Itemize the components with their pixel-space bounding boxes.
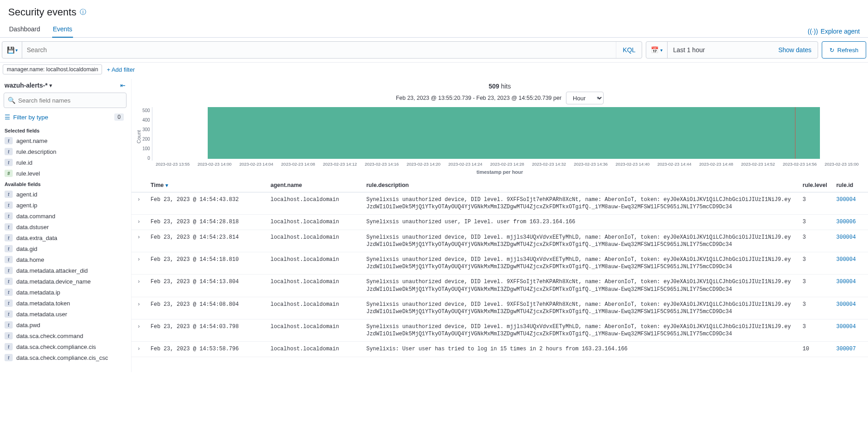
x-tick: 2023-02-23 14:16	[361, 162, 403, 167]
x-tick: 2023-02-23 14:32	[528, 162, 570, 167]
query-bar: 💾 ▾ KQL 📅 ▾ Last 1 hour Show dates ↻ Ref…	[0, 38, 868, 63]
expand-row-button[interactable]: ›	[132, 192, 146, 215]
field-item[interactable]: t data.extra_data	[4, 232, 127, 243]
field-item[interactable]: t data.sca.check.compliance.cis_csc	[4, 352, 127, 363]
cell-ruleid[interactable]: 300004	[832, 275, 868, 297]
cell-level: 3	[798, 319, 832, 342]
field-name: data.metadata.ip	[16, 289, 60, 296]
field-item[interactable]: t rule.description	[4, 146, 127, 157]
refresh-button[interactable]: ↻ Refresh	[822, 41, 866, 59]
field-item[interactable]: t agent.ip	[4, 200, 127, 211]
expand-row-button[interactable]: ›	[132, 275, 146, 297]
time-range-label: Feb 23, 2023 @ 13:55:20.739 - Feb 23, 20…	[396, 95, 561, 101]
field-item[interactable]: t data.metadata.token	[4, 298, 127, 309]
cell-ruleid[interactable]: 300004	[832, 192, 868, 215]
field-item[interactable]: t data.command	[4, 211, 127, 221]
cell-ruleid[interactable]: 300006	[832, 215, 868, 230]
field-type-icon: t	[5, 267, 13, 274]
cell-description: Synelixsis unauthorized device, DID leve…	[362, 230, 798, 252]
field-item[interactable]: t data.metadata.user	[4, 309, 127, 319]
expand-row-button[interactable]: ›	[132, 319, 146, 342]
tab-events[interactable]: Events	[52, 25, 73, 37]
cell-ruleid[interactable]: 300004	[832, 319, 868, 342]
field-type-icon: t	[5, 332, 13, 339]
x-tick: 2023-02-23 14:20	[403, 162, 444, 167]
cell-time: Feb 23, 2023 @ 14:54:43.832	[146, 192, 266, 215]
field-type-icon: t	[5, 321, 13, 329]
y-tick: 200	[142, 137, 150, 142]
field-name: agent.id	[16, 191, 37, 198]
expand-row-button[interactable]: ›	[132, 297, 146, 319]
field-name: rule.id	[16, 159, 32, 166]
field-type-icon: t	[5, 289, 13, 296]
collapse-sidebar-icon[interactable]: ⇤	[120, 82, 126, 89]
cell-level: 10	[798, 342, 832, 357]
saved-query-button[interactable]: 💾 ▾	[2, 42, 22, 58]
field-item[interactable]: # rule.level	[4, 168, 127, 179]
add-filter-button[interactable]: + Add filter	[107, 66, 135, 73]
explore-agent-button[interactable]: ((·)) Explore agent	[808, 28, 860, 35]
hits-count: 509 hits	[132, 79, 868, 92]
save-icon: 💾	[7, 46, 15, 54]
filter-by-type-button[interactable]: ☰ Filter by type	[5, 113, 48, 121]
expand-row-button[interactable]: ›	[132, 230, 146, 252]
show-dates-button[interactable]: Show dates	[772, 42, 818, 58]
field-search-input[interactable]	[18, 97, 122, 104]
index-pattern-select[interactable]: wazuh-alerts-* ▾	[5, 82, 52, 89]
y-tick: 400	[142, 118, 150, 123]
y-tick: 500	[142, 108, 150, 113]
index-pattern-label: wazuh-alerts-*	[5, 82, 48, 89]
col-ruleid[interactable]: rule.id	[832, 178, 868, 192]
field-item[interactable]: t data.gid	[4, 243, 127, 254]
cell-level: 3	[798, 252, 832, 274]
date-range-value[interactable]: Last 1 hour	[668, 42, 772, 58]
field-search: 🔍	[4, 93, 127, 108]
expand-row-button[interactable]: ›	[132, 342, 146, 357]
date-popover-button[interactable]: 📅 ▾	[646, 42, 668, 58]
cell-level: 3	[798, 230, 832, 252]
y-tick: 0	[142, 156, 150, 161]
cell-ruleid[interactable]: 300004	[832, 297, 868, 319]
histogram-chart[interactable]: Count 5004003002001000 2023-02-23 13:552…	[132, 107, 868, 167]
tab-dashboard[interactable]: Dashboard	[8, 25, 41, 37]
cell-agent: localhost.localdomain	[266, 192, 361, 215]
field-item[interactable]: t data.metadata.device_name	[4, 276, 127, 287]
field-type-icon: t	[5, 234, 13, 241]
field-item[interactable]: t agent.id	[4, 189, 127, 200]
info-icon[interactable]: ⓘ	[80, 8, 86, 16]
field-item[interactable]: t data.sca.check.compliance.cis	[4, 341, 127, 352]
field-item[interactable]: t data.metadata.attacker_did	[4, 265, 127, 276]
field-item[interactable]: t data.sca.check.command	[4, 330, 127, 341]
histogram-bar[interactable]	[208, 107, 820, 159]
field-type-icon: t	[5, 223, 13, 231]
page-header: Security events ⓘ	[0, 0, 868, 21]
explore-agent-label: Explore agent	[821, 28, 860, 35]
filter-pill[interactable]: manager.name: localhost.localdomain	[3, 64, 102, 74]
kql-toggle[interactable]: KQL	[616, 42, 642, 58]
field-item[interactable]: t data.metadata.ip	[4, 287, 127, 298]
expand-row-button[interactable]: ›	[132, 215, 146, 230]
field-item[interactable]: t data.dstuser	[4, 221, 127, 232]
field-item[interactable]: t rule.id	[4, 157, 127, 168]
field-name: data.metadata.attacker_did	[16, 267, 88, 274]
cell-time: Feb 23, 2023 @ 14:54:03.798	[146, 319, 266, 342]
cell-description: Synelixsis unauthorized device, DID leve…	[362, 252, 798, 274]
histogram-interval-select[interactable]: Hour	[566, 92, 604, 104]
expand-row-button[interactable]: ›	[132, 252, 146, 274]
date-picker: 📅 ▾ Last 1 hour Show dates	[646, 41, 818, 59]
col-agent-name[interactable]: agent.name	[266, 178, 361, 192]
search-input[interactable]	[22, 42, 616, 58]
field-name: data.extra_data	[16, 235, 57, 241]
table-row: › Feb 23, 2023 @ 14:54:03.798 localhost.…	[132, 319, 868, 342]
col-rule-description[interactable]: rule.description	[362, 178, 798, 192]
col-time[interactable]: Time▾	[146, 178, 266, 192]
field-item[interactable]: t agent.name	[4, 135, 127, 146]
cell-ruleid[interactable]: 300007	[832, 342, 868, 357]
cell-ruleid[interactable]: 300004	[832, 252, 868, 274]
field-item[interactable]: t data.home	[4, 254, 127, 265]
field-item[interactable]: t data.pwd	[4, 319, 127, 330]
cell-ruleid[interactable]: 300004	[832, 230, 868, 252]
table-row: › Feb 23, 2023 @ 14:54:43.832 localhost.…	[132, 192, 868, 215]
chart-xlabel: timestamp per hour	[132, 167, 868, 178]
col-level[interactable]: rule.level	[798, 178, 832, 192]
